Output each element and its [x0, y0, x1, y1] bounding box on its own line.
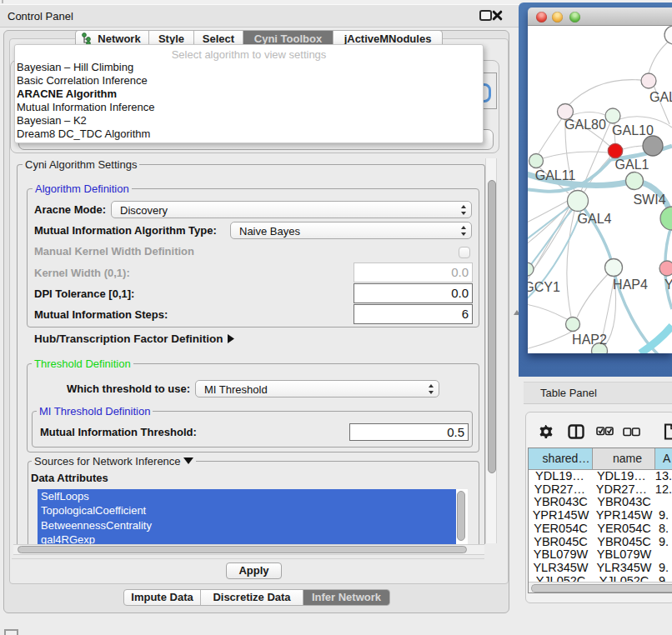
svg-text:GAL1: GAL1: [615, 158, 649, 172]
svg-text:GAL10: GAL10: [612, 123, 654, 138]
svg-text:GAL4: GAL4: [578, 212, 612, 226]
svg-text:GAL7: GAL7: [649, 90, 672, 104]
svg-text:HAP4: HAP4: [613, 278, 648, 292]
svg-text:YD: YD: [664, 278, 672, 292]
svg-text:GCY1: GCY1: [528, 280, 560, 294]
svg-text:GAL80: GAL80: [564, 118, 606, 132]
svg-text:SWI4: SWI4: [633, 192, 665, 207]
svg-text:GAL11: GAL11: [535, 168, 576, 182]
svg-text:HAP2: HAP2: [572, 332, 607, 347]
